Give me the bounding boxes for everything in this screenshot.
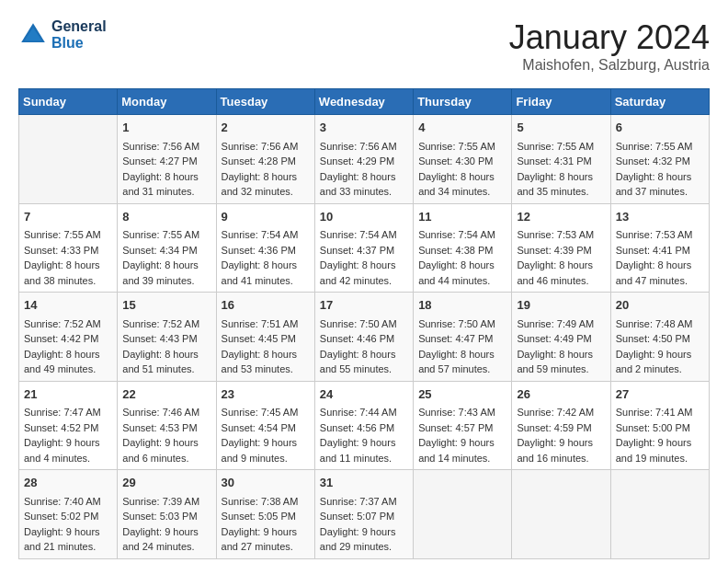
day-info: Daylight: 8 hours xyxy=(122,258,210,273)
day-number: 25 xyxy=(418,385,506,404)
calendar-week-row: 7Sunrise: 7:55 AMSunset: 4:33 PMDaylight… xyxy=(19,203,710,293)
day-info: and 21 minutes. xyxy=(24,539,112,555)
day-info: Sunset: 4:57 PM xyxy=(418,420,506,436)
day-info: Sunrise: 7:56 AM xyxy=(222,139,310,155)
logo-text: General Blue xyxy=(51,18,107,52)
day-info: Sunset: 5:05 PM xyxy=(222,509,310,524)
month-title: January 2024 xyxy=(509,18,710,57)
day-info: Sunset: 4:42 PM xyxy=(24,331,112,347)
calendar-cell: 4Sunrise: 7:55 AMSunset: 4:30 PMDaylight… xyxy=(414,115,512,204)
calendar-cell: 29Sunrise: 7:39 AMSunset: 5:03 PMDayligh… xyxy=(118,470,216,559)
calendar-cell: 1Sunrise: 7:56 AMSunset: 4:27 PMDaylight… xyxy=(118,115,216,204)
day-info: Sunrise: 7:52 AM xyxy=(122,316,210,332)
weekday-header: Monday xyxy=(118,89,216,115)
day-info: and 9 minutes. xyxy=(222,451,310,466)
day-info: Sunrise: 7:42 AM xyxy=(517,405,605,420)
day-info: Sunset: 5:03 PM xyxy=(122,509,210,524)
day-info: Daylight: 8 hours xyxy=(122,169,210,185)
day-info: and 4 minutes. xyxy=(24,451,112,466)
day-info: and 46 minutes. xyxy=(517,273,605,289)
day-info: Daylight: 9 hours xyxy=(24,524,112,540)
day-info: Daylight: 8 hours xyxy=(517,169,605,185)
day-info: Sunset: 5:07 PM xyxy=(320,509,408,524)
day-info: and 27 minutes. xyxy=(222,539,310,555)
day-info: and 53 minutes. xyxy=(222,362,310,377)
calendar-cell: 21Sunrise: 7:47 AMSunset: 4:52 PMDayligh… xyxy=(19,381,118,470)
day-info: Daylight: 8 hours xyxy=(616,169,704,185)
day-number: 12 xyxy=(517,208,605,226)
day-info: Daylight: 8 hours xyxy=(418,169,506,185)
day-info: Daylight: 8 hours xyxy=(418,347,506,362)
calendar-cell xyxy=(610,470,709,559)
day-number: 2 xyxy=(222,119,310,137)
calendar-cell: 27Sunrise: 7:41 AMSunset: 5:00 PMDayligh… xyxy=(610,381,709,470)
day-info: Sunrise: 7:55 AM xyxy=(418,139,506,155)
weekday-header: Saturday xyxy=(610,89,709,115)
logo: General Blue xyxy=(18,18,107,52)
day-info: and 39 minutes. xyxy=(122,273,210,289)
day-info: Sunset: 4:53 PM xyxy=(122,420,210,436)
day-number: 18 xyxy=(418,296,506,315)
day-info: Daylight: 8 hours xyxy=(320,347,408,362)
day-info: Sunset: 4:56 PM xyxy=(320,420,408,436)
day-info: and 51 minutes. xyxy=(122,362,210,377)
calendar-cell: 3Sunrise: 7:56 AMSunset: 4:29 PMDaylight… xyxy=(314,115,413,204)
day-info: Sunrise: 7:50 AM xyxy=(320,316,408,332)
day-info: Sunrise: 7:45 AM xyxy=(222,405,310,420)
calendar-cell: 28Sunrise: 7:40 AMSunset: 5:02 PMDayligh… xyxy=(19,470,118,559)
day-info: Sunrise: 7:47 AM xyxy=(24,405,112,420)
calendar-cell: 19Sunrise: 7:49 AMSunset: 4:49 PMDayligh… xyxy=(512,293,610,382)
calendar-cell xyxy=(19,115,118,204)
day-info: and 41 minutes. xyxy=(222,273,310,289)
day-info: Sunset: 4:37 PM xyxy=(320,243,408,259)
day-info: Sunset: 4:32 PM xyxy=(616,154,704,169)
calendar-cell: 24Sunrise: 7:44 AMSunset: 4:56 PMDayligh… xyxy=(314,381,413,470)
day-info: Sunrise: 7:46 AM xyxy=(122,405,210,420)
day-number: 30 xyxy=(222,474,310,492)
day-info: Sunrise: 7:52 AM xyxy=(24,316,112,332)
day-info: Sunset: 4:47 PM xyxy=(418,331,506,347)
day-info: and 35 minutes. xyxy=(517,184,605,200)
weekday-header: Tuesday xyxy=(216,89,314,115)
day-info: Sunset: 4:43 PM xyxy=(122,331,210,347)
calendar-table: SundayMondayTuesdayWednesdayThursdayFrid… xyxy=(18,88,710,559)
day-info: and 19 minutes. xyxy=(616,451,704,466)
day-info: Sunrise: 7:53 AM xyxy=(517,227,605,243)
day-number: 22 xyxy=(122,385,210,404)
calendar-cell: 31Sunrise: 7:37 AMSunset: 5:07 PMDayligh… xyxy=(314,470,413,559)
day-number: 15 xyxy=(122,296,210,315)
weekday-header: Wednesday xyxy=(314,89,413,115)
calendar-cell: 5Sunrise: 7:55 AMSunset: 4:31 PMDaylight… xyxy=(512,115,610,204)
day-number: 28 xyxy=(24,474,112,492)
day-info: and 24 minutes. xyxy=(122,539,210,555)
day-info: Daylight: 9 hours xyxy=(222,435,310,451)
calendar-cell: 26Sunrise: 7:42 AMSunset: 4:59 PMDayligh… xyxy=(512,381,610,470)
calendar-cell: 18Sunrise: 7:50 AMSunset: 4:47 PMDayligh… xyxy=(414,293,512,382)
day-info: Daylight: 8 hours xyxy=(222,347,310,362)
day-info: Daylight: 8 hours xyxy=(517,347,605,362)
day-info: Sunset: 4:45 PM xyxy=(222,331,310,347)
day-info: Sunrise: 7:38 AM xyxy=(222,494,310,510)
day-info: and 2 minutes. xyxy=(616,362,704,377)
day-number: 29 xyxy=(122,474,210,492)
day-info: Daylight: 9 hours xyxy=(122,524,210,540)
day-info: and 11 minutes. xyxy=(320,451,408,466)
day-number: 20 xyxy=(616,296,704,315)
day-info: and 57 minutes. xyxy=(418,362,506,377)
day-info: Sunset: 4:28 PM xyxy=(222,154,310,169)
day-info: Sunset: 4:54 PM xyxy=(222,420,310,436)
calendar-header: SundayMondayTuesdayWednesdayThursdayFrid… xyxy=(19,89,710,115)
day-info: Daylight: 9 hours xyxy=(320,524,408,540)
day-info: Sunrise: 7:55 AM xyxy=(24,227,112,243)
day-info: Daylight: 9 hours xyxy=(24,435,112,451)
day-info: Sunrise: 7:56 AM xyxy=(320,139,408,155)
day-info: and 38 minutes. xyxy=(24,273,112,289)
day-number: 11 xyxy=(418,208,506,226)
day-info: Sunrise: 7:55 AM xyxy=(517,139,605,155)
day-number: 21 xyxy=(24,385,112,404)
day-info: Daylight: 8 hours xyxy=(222,169,310,185)
day-info: Sunset: 4:46 PM xyxy=(320,331,408,347)
day-info: Sunrise: 7:55 AM xyxy=(616,139,704,155)
day-number: 24 xyxy=(320,385,408,404)
calendar-cell: 9Sunrise: 7:54 AMSunset: 4:36 PMDaylight… xyxy=(216,203,314,293)
